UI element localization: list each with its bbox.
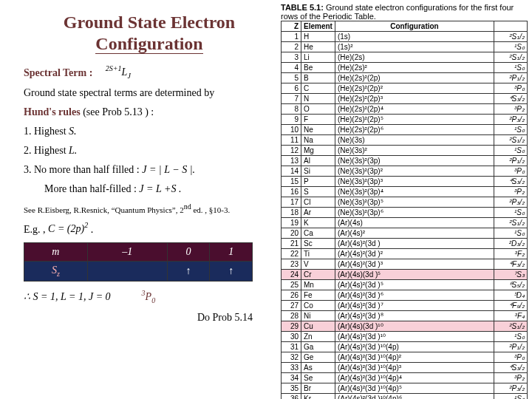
eg-dot: . bbox=[88, 223, 93, 234]
cell-term: ³P₂ bbox=[494, 373, 528, 383]
table-row: 28Ni(Ar)(4s)²(3d )⁸³F₄ bbox=[282, 311, 528, 321]
cell-element: Cr bbox=[301, 270, 335, 280]
cell-term: ¹S₀ bbox=[494, 125, 528, 135]
cell-z: 11 bbox=[282, 135, 301, 146]
ptbl-head-cfg: Configuration bbox=[335, 21, 494, 32]
cell-term: ³F₄ bbox=[494, 311, 528, 321]
rule-1: 1. Highest S. bbox=[24, 126, 275, 137]
spectral-term-label: Spectral Term : bbox=[24, 66, 92, 78]
table-row: 31Ga(Ar)(4s)²(3d )¹⁰(4p)²P₁/₂ bbox=[282, 342, 528, 352]
cell-config: (Ne)(3s)² bbox=[335, 146, 494, 156]
cell-z: 25 bbox=[282, 280, 301, 290]
cell-element: F bbox=[301, 115, 335, 125]
cell-config: (Ar)(4s)(3d )¹⁰ bbox=[335, 321, 494, 332]
cell-z: 5 bbox=[282, 73, 301, 83]
cell-z: 33 bbox=[282, 363, 301, 373]
cell-element: Ne bbox=[301, 125, 335, 135]
cell-z: 36 bbox=[282, 394, 301, 400]
etbl-h1: –1 bbox=[87, 243, 167, 262]
rule-3b: More than half-filled : J = L +S . bbox=[44, 183, 275, 195]
cell-z: 4 bbox=[282, 63, 301, 73]
cell-config: (Ar)(4s)²(3d )² bbox=[335, 249, 494, 259]
cell-config: (Ne)(3s)²(3p)² bbox=[335, 166, 494, 177]
cell-config: (Ne)(3s)²(3p)⁵ bbox=[335, 197, 494, 208]
cell-element: Kr bbox=[301, 394, 335, 400]
ref-post: ed. , §10-3. bbox=[191, 205, 231, 214]
cell-z: 28 bbox=[282, 311, 301, 321]
cell-z: 9 bbox=[282, 115, 301, 125]
etbl-h3: 1 bbox=[210, 243, 253, 262]
cell-config: (He)(2s)²(2p)³ bbox=[335, 94, 494, 104]
table-row: 8O(He)(2s)²(2p)⁴³P₂ bbox=[282, 104, 528, 115]
cell-z: 7 bbox=[282, 94, 301, 104]
cell-element: Ca bbox=[301, 228, 335, 239]
cell-term: ²P₃/₂ bbox=[494, 197, 528, 208]
cell-z: 20 bbox=[282, 228, 301, 239]
cell-element: N bbox=[301, 94, 335, 104]
eg-formula: C = (2p) bbox=[48, 223, 84, 234]
cell-term: ³F₂ bbox=[494, 249, 528, 259]
ptbl-head-term bbox=[494, 21, 528, 32]
cell-config: (Ar)(4s)² bbox=[335, 228, 494, 239]
rule-3a-formula: J = | L − S |. bbox=[142, 164, 195, 175]
cell-term: ²S₁/₂ bbox=[494, 321, 528, 332]
cell-element: Mn bbox=[301, 280, 335, 290]
cell-config: (He)(2s) bbox=[335, 52, 494, 63]
table-row: 34Se(Ar)(4s)²(3d )¹⁰(4p)⁴³P₂ bbox=[282, 373, 528, 383]
cell-z: 2 bbox=[282, 42, 301, 52]
cell-config: (Ar)(4s)²(3d )¹⁰(4p)² bbox=[335, 352, 494, 363]
ptbl-head-z: Z bbox=[282, 21, 301, 32]
cell-z: 12 bbox=[282, 146, 301, 156]
cell-term: ²P₁/₂ bbox=[494, 342, 528, 352]
cell-element: As bbox=[301, 363, 335, 373]
cell-term: ⁴S₃/₂ bbox=[494, 363, 528, 373]
table-row: 29Cu(Ar)(4s)(3d )¹⁰²S₁/₂ bbox=[282, 321, 528, 332]
cell-z: 8 bbox=[282, 104, 301, 115]
cell-term: ¹S₀ bbox=[494, 332, 528, 342]
cell-term: ⁴F₉/₂ bbox=[494, 301, 528, 311]
cell-element: P bbox=[301, 177, 335, 187]
cell-z: 30 bbox=[282, 332, 301, 342]
slide-title: Ground State Electron Configuration bbox=[24, 12, 275, 55]
cell-element: K bbox=[301, 218, 335, 228]
etbl-h0: m bbox=[24, 243, 88, 262]
etbl-c0 bbox=[87, 262, 167, 282]
table-row: 22Ti(Ar)(4s)²(3d )²³F₂ bbox=[282, 249, 528, 259]
hunds-rules-line: Hund's rules (see Prob 5.13 ) : bbox=[24, 106, 275, 118]
table-row: 11Na(Ne)(3s)²S₁/₂ bbox=[282, 135, 528, 146]
cell-term: ³P₀ bbox=[494, 83, 528, 94]
cell-term: ⁴S₃/₂ bbox=[494, 177, 528, 187]
cell-z: 16 bbox=[282, 187, 301, 197]
table-row: 10Ne(He)(2s)²(2p)⁶¹S₀ bbox=[282, 125, 528, 135]
table-row: 9F(He)(2s)²(2p)⁵²P₃/₂ bbox=[282, 115, 528, 125]
cell-element: Cu bbox=[301, 321, 335, 332]
cell-config: (Ar)(4s)²(3d )¹⁰(4p)³ bbox=[335, 363, 494, 373]
cell-z: 29 bbox=[282, 321, 301, 332]
cell-config: (He)(2s)²(2p) bbox=[335, 73, 494, 83]
cell-config: (Ar)(4s) bbox=[335, 218, 494, 228]
etbl-c1: ↑ bbox=[167, 262, 210, 282]
cell-z: 24 bbox=[282, 270, 301, 280]
etbl-rowlabel: Sz bbox=[24, 262, 88, 282]
cell-term: ³P₀ bbox=[494, 166, 528, 177]
cell-config: (Ar)(4s)²(3d )¹⁰(4p) bbox=[335, 342, 494, 352]
cell-z: 27 bbox=[282, 301, 301, 311]
ref-pre: See R.Eisberg, R.Resnick, “Quantum Physi… bbox=[24, 205, 184, 214]
do-prob: Do Prob 5.14 bbox=[24, 312, 253, 324]
cell-element: B bbox=[301, 73, 335, 83]
cell-config: (He)(2s)²(2p)⁴ bbox=[335, 104, 494, 115]
cell-z: 1 bbox=[282, 32, 301, 42]
cell-element: H bbox=[301, 32, 335, 42]
table-row: 12Mg(Ne)(3s)²¹S₀ bbox=[282, 146, 528, 156]
cell-term: ²D₃/₂ bbox=[494, 239, 528, 249]
rule-3a: 3. No more than half filled : J = | L − … bbox=[24, 164, 275, 176]
rule-1-var: S. bbox=[69, 126, 77, 137]
table-row: 30Zn(Ar)(4s)²(3d )¹⁰¹S₀ bbox=[282, 332, 528, 342]
cell-config: (1s) bbox=[335, 32, 494, 42]
table-row: 19K(Ar)(4s)²S₁/₂ bbox=[282, 218, 528, 228]
cell-term: ²P₁/₂ bbox=[494, 73, 528, 83]
cell-term: ²S₁/₂ bbox=[494, 135, 528, 146]
table-row: 17Cl(Ne)(3s)²(3p)⁵²P₃/₂ bbox=[282, 197, 528, 208]
table-row: 20Ca(Ar)(4s)²¹S₀ bbox=[282, 228, 528, 239]
cell-element: Fe bbox=[301, 290, 335, 301]
